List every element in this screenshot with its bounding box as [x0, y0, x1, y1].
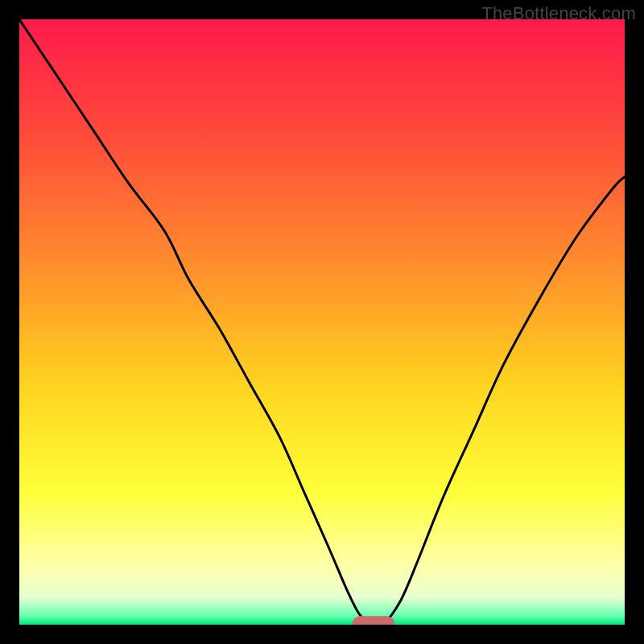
min-marker	[353, 616, 395, 625]
bottleneck-chart	[19, 19, 625, 625]
chart-frame: TheBottleneck.com	[0, 0, 644, 644]
plot-area	[19, 19, 625, 625]
